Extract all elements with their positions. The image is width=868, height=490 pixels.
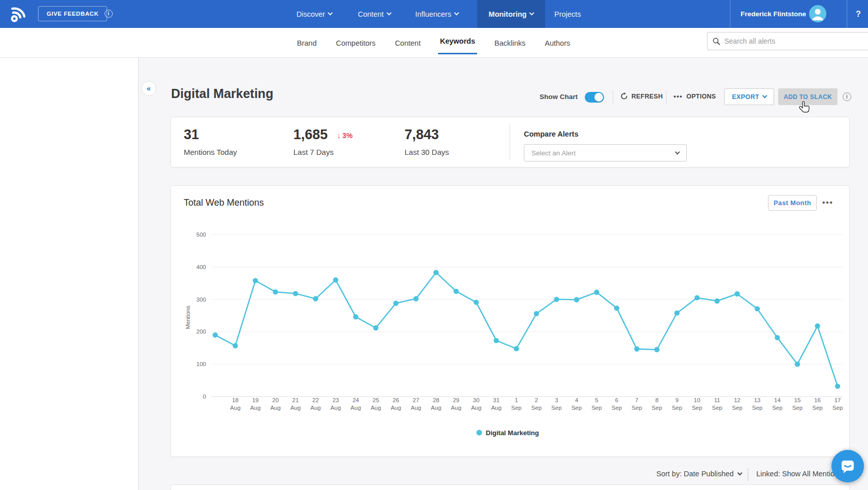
chart-menu-ellipsis[interactable]: •••	[822, 198, 833, 207]
stats-divider	[510, 124, 510, 160]
nav-item-content[interactable]: Content	[358, 0, 391, 28]
alerts-sidebar	[0, 58, 139, 490]
give-feedback-button[interactable]: GIVE FEEDBACK	[38, 6, 107, 21]
svg-text:1Sep: 1Sep	[511, 397, 521, 411]
linked-filter[interactable]: Linked: Show All Mentions	[756, 470, 842, 478]
svg-text:25Aug: 25Aug	[371, 397, 381, 411]
top-nav-bar: GIVE FEEDBACK i Discover Content Influen…	[0, 0, 868, 28]
nav-item-monitoring-active[interactable]: Monitoring	[477, 0, 545, 28]
svg-text:24Aug: 24Aug	[351, 397, 361, 411]
tab-brand[interactable]: Brand	[297, 28, 317, 58]
svg-text:14Sep: 14Sep	[772, 397, 782, 411]
refresh-button[interactable]: REFRESH	[620, 92, 663, 100]
user-avatar[interactable]	[809, 5, 826, 22]
svg-text:400: 400	[196, 264, 206, 270]
svg-text:29Aug: 29Aug	[451, 397, 461, 411]
last-30-days-label: Last 30 Days	[405, 148, 449, 156]
chat-icon	[840, 458, 856, 474]
chevron-down-icon	[454, 11, 459, 16]
mentions-line-chart[interactable]: 0100200300400500Mentions18Aug19Aug20Aug2…	[175, 218, 846, 452]
toggle-knob	[594, 93, 603, 102]
chevron-down-icon	[762, 93, 767, 99]
nav-divider	[847, 0, 847, 28]
svg-text:Digital Marketing: Digital Marketing	[486, 429, 539, 437]
footer-divider	[748, 468, 748, 481]
nav-item-discover[interactable]: Discover	[296, 0, 332, 28]
svg-text:16Sep: 16Sep	[812, 397, 822, 411]
compare-alerts-label: Compare Alerts	[524, 130, 578, 138]
svg-text:Mentions: Mentions	[185, 305, 191, 329]
chevron-down-icon	[675, 149, 680, 154]
sub-nav-tabs: Brand Competitors Content Keywords Backl…	[297, 28, 570, 58]
buzzsumo-logo-icon[interactable]	[7, 4, 27, 24]
last-30-days-value: 7,843	[405, 127, 439, 143]
user-name[interactable]: Frederick Flintstone	[735, 0, 806, 28]
show-chart-toggle[interactable]	[585, 92, 604, 103]
svg-text:13Sep: 13Sep	[752, 397, 762, 411]
refresh-icon	[620, 92, 628, 100]
search-alerts-box	[707, 32, 868, 50]
nav-item-influencers[interactable]: Influencers	[415, 0, 458, 28]
svg-text:5Sep: 5Sep	[591, 397, 602, 411]
info-icon[interactable]: i	[843, 92, 851, 101]
search-icon	[713, 38, 720, 45]
arrow-down-icon: ↓	[337, 131, 341, 140]
delta-badge: ↓ 3%	[337, 131, 353, 140]
svg-text:23Aug: 23Aug	[330, 397, 341, 411]
svg-text:300: 300	[196, 297, 206, 303]
tab-content[interactable]: Content	[395, 28, 421, 58]
svg-text:500: 500	[196, 232, 206, 238]
mouse-cursor-hand	[798, 101, 810, 114]
svg-text:7Sep: 7Sep	[631, 397, 642, 411]
svg-text:2Sep: 2Sep	[531, 397, 542, 411]
search-alerts-input[interactable]	[724, 37, 846, 45]
svg-text:28Aug: 28Aug	[431, 397, 441, 411]
svg-text:17Sep: 17Sep	[832, 397, 843, 411]
page-title: Digital Marketing	[171, 86, 273, 101]
svg-text:4Sep: 4Sep	[572, 397, 582, 411]
select-alert-dropdown[interactable]: Select an Alert	[524, 144, 687, 161]
svg-text:26Aug: 26Aug	[391, 397, 401, 411]
tab-keywords-active[interactable]: Keywords	[440, 28, 475, 58]
svg-text:100: 100	[196, 361, 206, 367]
tab-backlinks[interactable]: Backlinks	[494, 28, 525, 58]
past-month-button[interactable]: Past Month	[768, 195, 817, 211]
svg-text:10Sep: 10Sep	[692, 397, 702, 411]
help-button[interactable]: ?	[849, 0, 868, 28]
svg-text:200: 200	[196, 329, 206, 335]
svg-text:27Aug: 27Aug	[411, 397, 421, 411]
svg-text:9Sep: 9Sep	[672, 397, 682, 411]
mentions-today-label: Mentions Today	[184, 148, 237, 156]
chevron-down-icon	[738, 470, 743, 475]
svg-text:12Sep: 12Sep	[732, 397, 742, 411]
app-root: GIVE FEEDBACK i Discover Content Influen…	[0, 0, 868, 490]
export-button[interactable]: EXPORT	[724, 88, 774, 105]
svg-text:19Aug: 19Aug	[250, 397, 260, 411]
sidebar-collapse-button[interactable]: «	[141, 81, 156, 96]
svg-text:30Aug: 30Aug	[471, 397, 481, 411]
mentions-today-value: 31	[184, 127, 199, 143]
chevron-down-icon	[529, 11, 535, 16]
chevron-down-icon	[328, 11, 333, 16]
person-icon	[809, 5, 826, 22]
next-card-top-edge	[171, 484, 850, 490]
svg-text:22Aug: 22Aug	[311, 397, 321, 411]
svg-text:6Sep: 6Sep	[612, 397, 622, 411]
chevron-down-icon	[386, 11, 391, 16]
feedback-info-icon[interactable]: i	[105, 10, 113, 18]
chat-widget-button[interactable]	[831, 450, 864, 482]
ellipsis-icon: •••	[674, 92, 683, 100]
tab-competitors[interactable]: Competitors	[336, 28, 376, 58]
nav-divider	[730, 0, 730, 28]
svg-text:11Sep: 11Sep	[712, 397, 722, 411]
header-divider	[666, 90, 666, 104]
nav-item-projects[interactable]: Projects	[554, 0, 581, 28]
sort-by-dropdown[interactable]: Sort by: Date Published	[656, 470, 742, 478]
monitoring-sub-nav: Brand Competitors Content Keywords Backl…	[0, 28, 868, 58]
tab-authors[interactable]: Authors	[545, 28, 570, 58]
options-button[interactable]: ••• OPTIONS	[674, 92, 716, 100]
svg-text:8Sep: 8Sep	[652, 397, 662, 411]
svg-text:15Sep: 15Sep	[792, 397, 803, 411]
svg-text:21Aug: 21Aug	[290, 397, 301, 411]
svg-text:0: 0	[203, 394, 206, 400]
